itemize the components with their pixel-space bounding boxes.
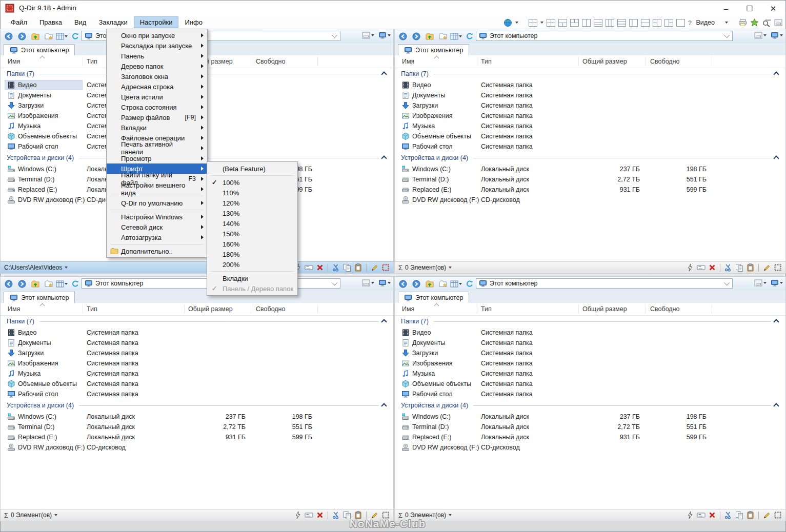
column-header-3[interactable]: Свободно <box>650 305 679 313</box>
back-button[interactable] <box>396 31 409 42</box>
layout-top-half-icon[interactable] <box>641 19 650 27</box>
minimize-button[interactable]: – <box>714 1 738 16</box>
layout-rows-icon[interactable] <box>617 19 626 27</box>
submenu-item-5[interactable]: 130% <box>207 208 297 218</box>
close-button[interactable]: ✕ <box>761 1 785 16</box>
tab-this-computer[interactable]: Этот компьютер <box>4 292 75 303</box>
collapse-group-icon[interactable] <box>381 319 387 324</box>
layout-quad-b-icon[interactable] <box>547 19 555 27</box>
address-chevron-icon[interactable] <box>332 32 337 38</box>
up-folder-button[interactable] <box>423 278 436 290</box>
column-header-3[interactable]: Свободно <box>256 305 285 313</box>
quick-search-caret-icon[interactable] <box>725 22 728 24</box>
menubar-item-5[interactable]: Настройки <box>134 16 179 28</box>
paste-icon[interactable] <box>747 511 754 519</box>
layout-bottom-half-icon[interactable] <box>594 19 602 27</box>
file-row[interactable]: Рабочий столСистемная папка <box>395 389 785 399</box>
lightning-icon[interactable] <box>687 511 694 519</box>
up-folder-button[interactable] <box>29 31 42 42</box>
refresh-button[interactable] <box>69 278 82 290</box>
maximize-button[interactable]: ☐ <box>738 1 761 16</box>
menu-item-2[interactable]: Панель <box>107 51 207 61</box>
menubar-item-1[interactable]: Файл <box>5 16 33 28</box>
menu-item-6[interactable]: Цвета истили <box>107 92 207 102</box>
column-header-2[interactable]: Общий размер <box>582 305 627 313</box>
file-row[interactable]: Terminal (D:)Локальный диск2,72 ТБ551 ГБ <box>395 174 785 185</box>
group-header[interactable]: Устройства и диски (4) <box>395 152 785 164</box>
printer-icon[interactable] <box>738 18 747 27</box>
panel-icon[interactable] <box>774 19 782 26</box>
tab-this-computer[interactable]: Этот компьютер <box>4 44 75 55</box>
submenu-item-0[interactable]: (Beta Feature) <box>207 163 297 174</box>
menu-item-5[interactable]: Адресная строка <box>107 81 207 92</box>
file-row[interactable]: Рабочий столСистемная папка <box>395 141 785 152</box>
column-header-2[interactable]: Общий размер <box>582 58 627 65</box>
collapse-group-icon[interactable] <box>381 155 387 161</box>
column-header-3[interactable]: Свободно <box>650 58 679 65</box>
menu-item-1[interactable]: Раскладка при запуске <box>107 40 207 51</box>
file-row[interactable]: Объемные объектыСистемная папка <box>395 131 785 141</box>
rename-icon[interactable] <box>305 264 313 271</box>
globe-icon[interactable] <box>503 18 512 27</box>
grid-select-icon[interactable] <box>774 511 782 519</box>
layout-two-vertical-icon[interactable] <box>582 19 591 27</box>
refresh-button[interactable] <box>463 31 476 42</box>
column-header-0[interactable]: Имя <box>8 58 20 65</box>
edit-icon[interactable] <box>763 264 771 272</box>
pane-computer-button[interactable] <box>771 279 783 287</box>
menu-item-17[interactable]: Q-Dir по умолчанию <box>107 198 207 208</box>
file-row[interactable]: ЗагрузкиСистемная папка <box>395 348 785 358</box>
menu-item-12[interactable]: Просмотр <box>107 153 207 163</box>
back-button[interactable] <box>2 278 15 290</box>
column-header-1[interactable]: Тип <box>481 58 492 65</box>
column-header-0[interactable]: Имя <box>402 58 414 65</box>
zoom-tool-icon[interactable]: zoom <box>762 18 771 27</box>
menubar-item-6[interactable]: Инфо <box>178 16 208 28</box>
submenu-item-10[interactable]: 200% <box>207 259 297 270</box>
menu-item-23[interactable]: Дополнительно.. <box>107 246 207 256</box>
copy-icon[interactable] <box>735 263 743 272</box>
rename-icon[interactable] <box>697 511 706 519</box>
file-row[interactable]: ВидеоСистемная папка <box>1 328 393 338</box>
pane-color-button[interactable] <box>754 279 767 287</box>
layout-quad-alt-icon[interactable] <box>653 19 661 27</box>
file-row[interactable]: ИзображенияСистемная папка <box>395 111 785 121</box>
collapse-group-icon[interactable] <box>381 71 387 77</box>
dropdown-caret-icon[interactable] <box>540 22 543 24</box>
column-header-1[interactable]: Тип <box>87 58 97 65</box>
refresh-button[interactable] <box>69 31 82 42</box>
delete-icon[interactable] <box>709 511 716 519</box>
dropdown-caret-icon[interactable] <box>515 22 518 24</box>
submenu-item-2[interactable]: ✓100% <box>207 177 297 188</box>
file-row[interactable]: Replaced (E:)Локальный диск931 ГБ599 ГБ <box>395 185 785 195</box>
view-grid-button[interactable] <box>450 278 462 290</box>
address-bar[interactable]: Этот компьютер <box>476 31 733 41</box>
group-header[interactable]: Папки (7) <box>395 68 785 80</box>
layout-left-column-icon[interactable] <box>629 19 638 27</box>
file-row[interactable]: Terminal (D:)Локальный диск2,72 ТБ551 ГБ <box>395 422 785 432</box>
pane-color-button[interactable] <box>362 32 374 39</box>
up-folder-button[interactable] <box>423 31 436 42</box>
menu-item-9[interactable]: Вкладки <box>107 122 207 133</box>
view-grid-button[interactable] <box>55 31 68 42</box>
address-bar[interactable]: Этот компьютер <box>476 278 733 289</box>
layout-quad-icon[interactable] <box>529 19 537 27</box>
new-folder-button[interactable] <box>436 31 449 42</box>
file-row[interactable]: ДокументыСистемная папка <box>395 338 785 348</box>
layout-quad-alt2-icon[interactable] <box>664 19 673 27</box>
inet-icon[interactable]: ? <box>688 19 692 27</box>
layout-single-icon[interactable] <box>676 19 685 27</box>
layout-split-top-icon[interactable] <box>570 19 579 27</box>
tab-this-computer[interactable]: Этот компьютер <box>398 292 469 303</box>
menu-item-0[interactable]: Окно при запуске <box>107 30 207 40</box>
rename-icon[interactable] <box>305 511 313 519</box>
tab-this-computer[interactable]: Этот компьютер <box>398 44 469 55</box>
submenu-item-9[interactable]: 180% <box>207 249 297 259</box>
column-header-1[interactable]: Тип <box>481 305 492 313</box>
submenu-item-12[interactable]: Вкладки <box>207 273 297 283</box>
refresh-button[interactable] <box>463 278 476 290</box>
view-grid-button[interactable] <box>55 278 68 290</box>
paste-icon[interactable] <box>747 263 754 272</box>
submenu-item-3[interactable]: 110% <box>207 188 297 198</box>
layout-columns-icon[interactable] <box>606 19 614 27</box>
